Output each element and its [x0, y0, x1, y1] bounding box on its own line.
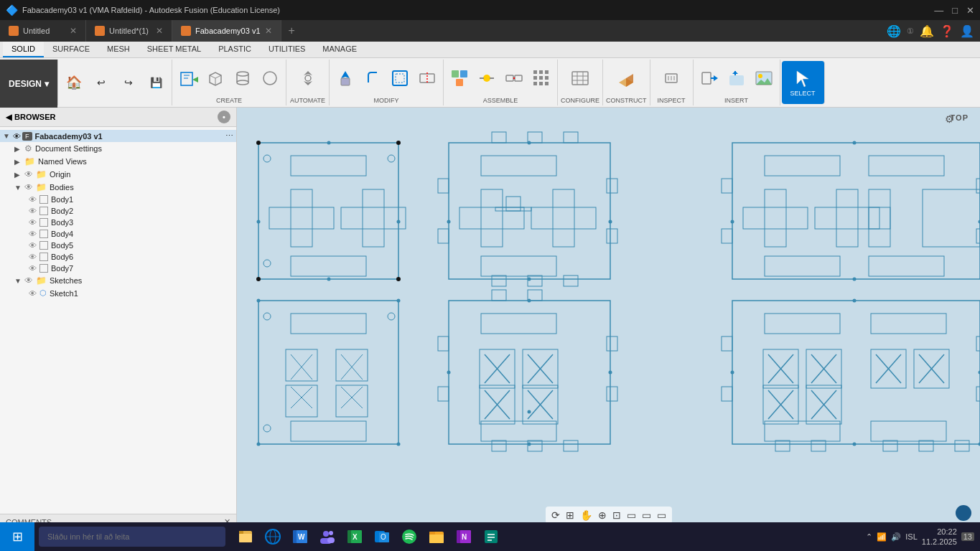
tab-action-user[interactable]: 👤	[960, 24, 974, 38]
viewport[interactable]: TOP	[237, 108, 980, 529]
tree-item-named-views[interactable]: ▶ 📁 Named Views	[0, 155, 236, 168]
tray-volume-icon[interactable]: 🔊	[891, 532, 901, 542]
viewport-settings-icon[interactable]: ⚙	[945, 113, 954, 125]
automate-btn[interactable]	[295, 66, 321, 90]
tray-lang[interactable]: ISL	[905, 532, 918, 541]
browser-settings-icon[interactable]: •	[218, 110, 230, 123]
tab-close-fabacademy[interactable]: ✕	[265, 26, 272, 36]
window-controls[interactable]: — □ ✕	[934, 5, 974, 16]
root-expand-arrow[interactable]: ▼	[3, 132, 13, 140]
insert-decal-btn[interactable]	[724, 66, 750, 90]
grid-icon[interactable]: ⊞	[564, 508, 576, 522]
browser-collapse-icon[interactable]: ◀	[6, 113, 11, 122]
taskbar-app-forms[interactable]	[478, 524, 504, 550]
assemble-new-btn[interactable]	[447, 66, 472, 90]
fit-icon[interactable]: ⊡	[611, 508, 622, 522]
configure-table-btn[interactable]	[567, 66, 593, 90]
tree-item-sketch1[interactable]: 👁 ⬡ Sketch1	[0, 287, 236, 299]
sketches-arrow[interactable]: ▼	[14, 277, 24, 285]
ribbon-tab-solid[interactable]: SOLID	[3, 42, 44, 57]
taskbar-app-browser[interactable]	[260, 524, 286, 550]
undo-btn[interactable]: ↩	[88, 70, 114, 95]
taskbar-app-teams[interactable]	[314, 524, 340, 550]
ribbon-tab-sheetmetal[interactable]: SHEET METAL	[139, 42, 210, 57]
taskbar-app-word[interactable]: W	[287, 524, 313, 550]
body3-vis-icon[interactable]: 👁	[29, 218, 37, 227]
start-button[interactable]: ⊞	[0, 522, 34, 551]
tab-action-bell[interactable]: 🔔	[920, 24, 934, 38]
tab-untitled2[interactable]: Untitled*(1) ✕	[86, 20, 172, 42]
zoom-icon[interactable]: ⊕	[597, 508, 608, 522]
modify-fillet-btn[interactable]	[360, 66, 386, 90]
ribbon-tab-surface[interactable]: SURFACE	[44, 42, 98, 57]
body2-vis-icon[interactable]: 👁	[29, 207, 37, 215]
pan-icon[interactable]: ✋	[579, 508, 594, 522]
create-box-btn[interactable]	[202, 66, 228, 90]
tree-item-body6[interactable]: 👁 Body6	[0, 251, 236, 263]
doc-settings-arrow[interactable]: ▶	[14, 145, 24, 153]
view-cube-icon[interactable]: ▭	[625, 508, 638, 522]
tree-item-body7[interactable]: 👁 Body7	[0, 263, 236, 274]
modify-shell-btn[interactable]	[387, 66, 413, 90]
design-button[interactable]: DESIGN ▾	[0, 60, 57, 108]
origin-arrow[interactable]: ▶	[14, 171, 24, 179]
save-btn[interactable]: 💾	[143, 70, 169, 95]
tray-network-icon[interactable]: 📶	[877, 532, 887, 542]
tab-fabacademy[interactable]: Fabacademy03 v1 ✕	[172, 20, 281, 42]
tree-item-body1[interactable]: 👁 Body1	[0, 194, 236, 205]
tree-item-body3[interactable]: 👁 Body3	[0, 217, 236, 228]
new-tab-btn[interactable]: +	[281, 20, 302, 42]
tree-item-body2[interactable]: 👁 Body2	[0, 205, 236, 217]
taskbar-app-spotify[interactable]	[396, 524, 422, 550]
close-btn[interactable]: ✕	[966, 5, 974, 16]
modify-split-btn[interactable]	[414, 66, 440, 90]
redo-btn[interactable]: ↪	[116, 70, 141, 95]
construct-plane-btn[interactable]	[613, 66, 639, 90]
minimize-btn[interactable]: —	[934, 5, 943, 16]
ribbon-tab-manage[interactable]: MANAGE	[314, 42, 365, 57]
home-btn[interactable]: 🏠	[61, 70, 87, 95]
taskbar-app-outlook[interactable]: O	[369, 524, 395, 550]
root-visibility-icon[interactable]: 👁	[13, 132, 21, 141]
taskbar-app-excel[interactable]: X	[342, 524, 368, 550]
body5-vis-icon[interactable]: 👁	[29, 241, 37, 250]
taskbar-app-files[interactable]	[233, 524, 258, 550]
create-sphere-btn[interactable]	[257, 66, 283, 90]
bodies-arrow[interactable]: ▼	[14, 184, 24, 192]
tab-untitled1[interactable]: Untitled ✕	[0, 20, 86, 42]
tree-item-doc-settings[interactable]: ▶ ⚙ Document Settings	[0, 142, 236, 155]
create-cylinder-btn[interactable]	[230, 66, 256, 90]
tree-item-sketches[interactable]: ▼ 👁 📁 Sketches	[0, 274, 236, 287]
display-mode-icon[interactable]: ▭	[640, 508, 653, 522]
bodies-visibility-icon[interactable]: 👁	[24, 182, 33, 192]
root-action-icon[interactable]: ⋯	[225, 131, 233, 141]
tab-close-untitled2[interactable]: ✕	[156, 26, 163, 36]
tree-item-body4[interactable]: 👁 Body4	[0, 228, 236, 240]
ribbon-tab-mesh[interactable]: MESH	[98, 42, 139, 57]
modify-press-btn[interactable]	[332, 66, 358, 90]
sketch1-vis-icon[interactable]: 👁	[29, 289, 37, 298]
tab-action-globe[interactable]: 🌐	[887, 24, 901, 38]
taskbar-app-explorer[interactable]	[424, 524, 449, 550]
visual-style-icon[interactable]: ▭	[655, 508, 668, 522]
body1-vis-icon[interactable]: 👁	[29, 195, 37, 204]
tab-close-untitled1[interactable]: ✕	[70, 26, 77, 36]
assemble-rigid-btn[interactable]	[501, 66, 527, 90]
body6-vis-icon[interactable]: 👁	[29, 253, 37, 261]
tree-item-body5[interactable]: 👁 Body5	[0, 240, 236, 251]
tree-item-root[interactable]: ▼ 👁 F Fabacademy03 v1 ⋯	[0, 130, 236, 142]
insert-image-btn[interactable]	[751, 66, 777, 90]
taskbar-clock[interactable]: 20:22 11.2.2025	[922, 527, 957, 547]
tray-arrow-icon[interactable]: ⌃	[866, 532, 872, 542]
inspect-measure-btn[interactable]	[658, 66, 684, 90]
taskbar-search-input[interactable]	[39, 527, 225, 547]
insert-derive-btn[interactable]	[696, 66, 722, 90]
tree-item-bodies[interactable]: ▼ 👁 📁 Bodies	[0, 181, 236, 194]
assemble-joint-btn[interactable]	[474, 66, 500, 90]
origin-visibility-icon[interactable]: 👁	[24, 169, 33, 179]
ribbon-tab-plastic[interactable]: PLASTIC	[210, 42, 260, 57]
select-btn[interactable]: SELECT	[788, 66, 818, 99]
taskbar-app-onenote[interactable]: N	[451, 524, 477, 550]
assemble-grid-btn[interactable]	[528, 66, 554, 90]
body4-vis-icon[interactable]: 👁	[29, 230, 37, 238]
